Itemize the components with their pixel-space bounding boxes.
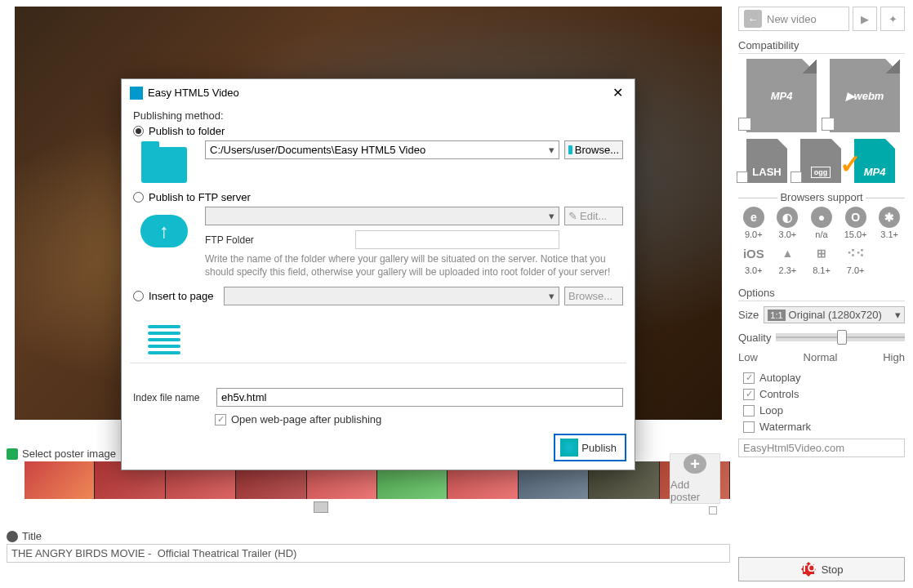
- loop-label: Loop: [759, 404, 783, 416]
- radio-label: Insert to page: [149, 290, 214, 302]
- poster-check-icon[interactable]: [7, 448, 18, 460]
- quality-slider[interactable]: [776, 333, 905, 341]
- controls-checkbox[interactable]: Controls: [738, 388, 905, 400]
- ftp-folder-input[interactable]: [355, 230, 559, 249]
- check-icon: ✓: [840, 149, 862, 180]
- watermark-input[interactable]: [738, 439, 905, 457]
- browser-version: 8.1+: [813, 265, 831, 275]
- browser-version: n/a: [815, 229, 827, 239]
- radio-publish-ftp[interactable]: Publish to FTP server: [133, 191, 623, 203]
- dialog-title: Easy HTML5 Video: [148, 87, 239, 99]
- chrome-icon: ◐: [777, 207, 798, 228]
- browsers-grid: e9.0+ ◐3.0+ ●n/a O15.0+ ✱3.1+ iOS3.0+ ▲2…: [738, 207, 905, 275]
- close-icon[interactable]: ✕: [609, 85, 626, 100]
- format-ogg[interactable]: ogg: [792, 139, 841, 183]
- folder-icon: [141, 147, 187, 183]
- radio-icon: [133, 126, 144, 136]
- flash-checkbox[interactable]: [737, 172, 748, 183]
- q-normal-label: Normal: [804, 351, 838, 363]
- slider-handle[interactable]: [314, 501, 328, 513]
- film-icon: ▶: [861, 13, 869, 25]
- safari-icon: ✱: [879, 207, 900, 228]
- wizard-button[interactable]: ✦: [880, 7, 905, 31]
- browse-label: Browse...: [575, 144, 619, 156]
- radio-insert-page[interactable]: Insert to page: [133, 290, 214, 302]
- browser-version: 3.0+: [745, 265, 763, 275]
- radio-icon: [133, 192, 144, 203]
- browse-label: Browse...: [568, 290, 612, 302]
- checkbox-icon: [215, 414, 226, 425]
- ftp-folder-label: FTP Folder: [205, 234, 352, 246]
- slider-handle[interactable]: [837, 330, 847, 345]
- plus-icon: +: [684, 454, 706, 474]
- add-poster-label: Add poster: [670, 479, 719, 503]
- checkbox-icon: [743, 405, 755, 416]
- mp4-checkbox[interactable]: [738, 118, 751, 131]
- browser-version: 9.0+: [745, 229, 763, 239]
- checkbox-icon: [743, 389, 755, 400]
- add-poster-button[interactable]: + Add poster: [670, 453, 720, 504]
- page-icon: [148, 325, 180, 354]
- format-mp4[interactable]: MP4: [738, 59, 817, 132]
- radio-publish-folder[interactable]: Publish to folder: [133, 125, 623, 137]
- stop-button[interactable]: STOP Stop: [738, 557, 905, 581]
- edit-label: Edit...: [580, 210, 607, 222]
- publish-button[interactable]: Publish: [554, 434, 626, 461]
- browse-folder-button[interactable]: Browse...: [564, 140, 623, 159]
- radio-icon: [133, 291, 144, 301]
- folder-path-combo[interactable]: C:/Users/user/Documents\Easy HTML5 Video: [205, 140, 559, 159]
- main-area: Select poster image + Add poster Title E…: [0, 0, 735, 588]
- new-video-label: New video: [767, 13, 817, 25]
- add-poster-checkbox[interactable]: [709, 506, 717, 514]
- back-arrow-icon: ←: [744, 10, 762, 28]
- quality-label: Quality: [738, 332, 771, 344]
- browser-version: 3.0+: [779, 229, 797, 239]
- flash-icon: LASH: [746, 139, 787, 183]
- title-section: Title: [7, 530, 730, 563]
- browser-version: 3.1+: [880, 229, 898, 239]
- q-high-label: High: [883, 351, 905, 363]
- folder-small-icon: [568, 145, 572, 154]
- browser-version: 2.3+: [779, 265, 797, 275]
- edit-ftp-button[interactable]: ✎ Edit...: [564, 207, 623, 225]
- size-label: Size: [738, 309, 759, 321]
- autoplay-checkbox[interactable]: Autoplay: [738, 372, 905, 384]
- open-webpage-checkbox[interactable]: Open web-page after publishing: [215, 413, 623, 425]
- compatibility-heading: Compatibility: [738, 38, 905, 54]
- poster-slider[interactable]: [24, 504, 712, 512]
- radio-label: Publish to FTP server: [149, 191, 251, 203]
- new-video-button[interactable]: ← New video: [738, 7, 849, 31]
- index-filename-label: Index file name: [133, 392, 208, 403]
- android-icon: ▲: [777, 243, 798, 264]
- stop-icon: STOP: [800, 561, 817, 577]
- publish-dialog: Easy HTML5 Video ✕ Publishing method: Pu…: [121, 78, 635, 470]
- preview-button[interactable]: ▶: [853, 7, 877, 31]
- thumb[interactable]: [24, 461, 95, 499]
- browser-version: 15.0+: [844, 229, 867, 239]
- title-check-icon[interactable]: [7, 531, 18, 542]
- ie-icon: e: [743, 207, 764, 228]
- index-filename-input[interactable]: [216, 388, 623, 407]
- app-icon: [130, 87, 143, 100]
- size-select[interactable]: 1:1 Original (1280x720) ▾: [764, 306, 905, 323]
- ftp-server-combo[interactable]: [205, 207, 559, 225]
- page-combo[interactable]: [224, 287, 560, 305]
- format-flash[interactable]: LASH: [738, 139, 787, 183]
- format-webm[interactable]: ▶webm: [822, 59, 900, 132]
- title-input[interactable]: [7, 544, 730, 563]
- loop-checkbox[interactable]: Loop: [738, 404, 905, 416]
- sidebar: ← New video ▶ ✦ Compatibility MP4 ▶webm …: [735, 0, 913, 588]
- autoplay-label: Autoplay: [759, 372, 801, 384]
- browsers-support-heading: Browsers support: [738, 191, 905, 203]
- chevron-down-icon: ▾: [895, 309, 901, 321]
- webm-checkbox[interactable]: [822, 118, 835, 131]
- watermark-checkbox[interactable]: Watermark: [738, 421, 905, 433]
- title-label: Title: [22, 530, 42, 542]
- browse-page-button[interactable]: Browse...: [564, 287, 623, 305]
- webm-icon: ▶webm: [830, 59, 900, 132]
- wand-icon: ✦: [889, 13, 897, 25]
- blackberry-icon: ⁖⁖: [845, 243, 866, 264]
- ogg-checkbox[interactable]: [791, 172, 802, 183]
- checkbox-icon: [743, 372, 755, 384]
- format-mp4low[interactable]: MP4 ✓: [846, 139, 895, 183]
